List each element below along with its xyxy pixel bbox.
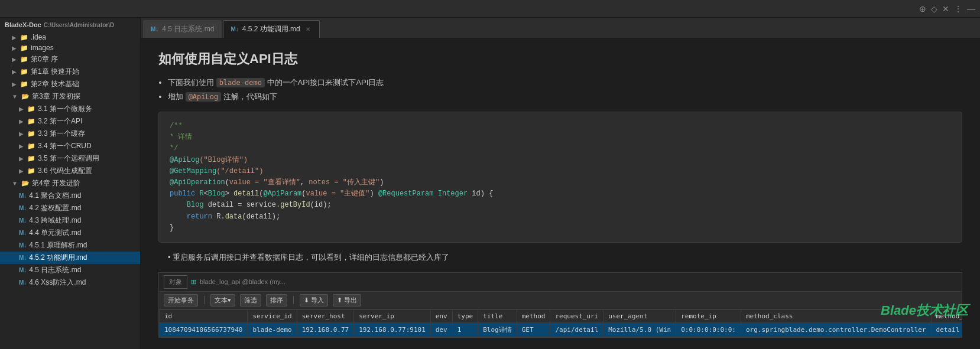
cell-service-id: blade-demo [248, 322, 297, 337]
sidebar-item-ch3-6[interactable]: ▶ 📁 3.6 代码生成配置 [0, 165, 140, 177]
globe-icon[interactable]: ⊕ [919, 4, 926, 14]
btn-export[interactable]: ⬆ 导出 [333, 294, 361, 306]
cell-method-name: detail [931, 322, 962, 337]
sidebar-item-ch4-2[interactable]: M↓ 4.2 鉴权配置.md [0, 202, 140, 214]
arrow-icon: ▶ [12, 69, 17, 75]
cell-id: 10847094106566737940 [160, 322, 248, 337]
btn-start-transaction[interactable]: 开始事务 [164, 294, 198, 306]
sidebar-item-ch4-5[interactable]: M↓ 4.5 日志系统.md [0, 264, 140, 276]
bullet-text-before: 下面我们使用 [168, 78, 216, 87]
sidebar-item-label: 3.4 第一个CRUD [38, 141, 92, 151]
btn-text[interactable]: 文本▾ [210, 294, 235, 306]
arrow-icon: ▶ [19, 143, 24, 149]
toolbar-separator [204, 296, 205, 304]
sidebar: BladeX-Doc C:\Users\Administrator\D ▶ 📁 … [0, 18, 141, 349]
cell-env: dev [430, 322, 452, 337]
col-method: method [517, 309, 550, 322]
cell-remote-ip: 0:0:0:0:0:0:0: [676, 322, 741, 337]
md-file-icon: M↓ [19, 242, 27, 249]
minimize-icon[interactable]: — [967, 4, 975, 14]
db-table-container: id service_id server_host server_ip env … [159, 309, 962, 337]
sidebar-item-ch4-4[interactable]: M↓ 4.4 单元测试.md [0, 227, 140, 239]
col-method-name: method_name [931, 309, 962, 322]
cell-request-uri: /api/detail [550, 322, 603, 337]
col-server-ip: server_ip [354, 309, 431, 322]
table-row[interactable]: 10847094106566737940 blade-demo 192.168.… [160, 322, 962, 337]
main-layout: BladeX-Doc C:\Users\Administrator\D ▶ 📁 … [0, 18, 980, 349]
sidebar-item-ch2[interactable]: ▶ 📁 第2章 技术基础 [0, 78, 140, 90]
sidebar-item-ch4-6[interactable]: M↓ 4.6 Xss防注入.md [0, 276, 140, 289]
sort-label: 排序 [270, 296, 283, 305]
cell-server-host: 192.168.0.77 [297, 322, 353, 337]
sidebar-item-ch3-2[interactable]: ▶ 📁 3.2 第一个API [0, 115, 140, 128]
inline-code-blade-demo: blade-demo [216, 78, 265, 87]
md-file-icon: M↓ [19, 267, 27, 273]
arrow-icon: ▶ [12, 34, 17, 41]
col-env: env [430, 309, 452, 322]
sidebar-item-images[interactable]: ▶ 📁 images [0, 43, 140, 53]
bullet-item-1: 下面我们使用 blade-demo 中的一个API接口来测试下API日志 [168, 77, 962, 88]
import-icon: ⬇ [304, 296, 309, 304]
sidebar-item-label: 3.2 第一个API [38, 116, 82, 126]
folder-icon: 📁 [27, 142, 35, 150]
tab-func[interactable]: M↓ 4.5.2 功能调用.md ✕ [223, 20, 319, 38]
cell-method-class: org.springblade.demo.controller.DemoCont… [741, 322, 931, 337]
close-icon[interactable]: ✕ [942, 4, 949, 14]
db-tab-object[interactable]: 对象 [164, 275, 187, 289]
md-file-icon: M↓ [19, 217, 27, 224]
sidebar-item-ch3-4[interactable]: ▶ 📁 3.4 第一个CRUD [0, 140, 140, 152]
sidebar-item-ch3-3[interactable]: ▶ 📁 3.3 第一个缓存 [0, 128, 140, 140]
code-block: /** * 详情 */ @ApiLog("Blog详情") @GetMappin… [158, 112, 962, 243]
inline-code-apilog: @ApiLog [186, 92, 222, 102]
bullet-text-after: 中的一个API接口来测试下API日志 [267, 78, 384, 87]
sidebar-item-label: 4.5.2 功能调用.md [29, 253, 87, 263]
arrow-icon: ▶ [19, 131, 24, 137]
intro-bullets: 下面我们使用 blade-demo 中的一个API接口来测试下API日志 增加 … [168, 77, 962, 102]
sidebar-item-label: .idea [31, 33, 46, 41]
col-user-agent: user_agent [603, 309, 676, 322]
sidebar-item-label: 第2章 技术基础 [31, 79, 79, 89]
md-tab-icon: M↓ [151, 26, 158, 32]
tab-log[interactable]: M↓ 4.5 日志系统.md [143, 20, 222, 38]
folder-icon: 📁 [27, 118, 35, 125]
btn-filter[interactable]: 筛选 [240, 294, 261, 306]
sidebar-item-ch4-3[interactable]: M↓ 4.3 跨域处理.md [0, 214, 140, 227]
col-remote-ip: remote_ip [676, 309, 741, 322]
tab-close-icon[interactable]: ✕ [304, 25, 312, 33]
sidebar-item-ch4[interactable]: ▼ 📂 第4章 开发进阶 [0, 177, 140, 190]
sidebar-item-label: 4.5.1 原理解析.md [29, 240, 87, 250]
db-header-row: 对象 ⊞ blade_log_api @bladex (my... [159, 273, 962, 292]
sidebar-project-path: C:\Users\Administrator\D [44, 22, 114, 28]
col-id: id [160, 309, 248, 322]
sidebar-item-label: 4.3 跨域处理.md [29, 216, 81, 226]
bullet-text-before2: 增加 [168, 92, 186, 101]
diamond-icon[interactable]: ◇ [931, 4, 937, 14]
sidebar-item-ch3-1[interactable]: ▶ 📁 3.1 第一个微服务 [0, 103, 140, 115]
section2-bullets: • 重启服务后调用接口并查看数据库日志，可以看到，详细的日志信息都已经入库了 [168, 252, 962, 263]
sidebar-item-ch4-1[interactable]: M↓ 4.1 聚合文档.md [0, 190, 140, 202]
arrow-icon: ▶ [19, 106, 24, 112]
sidebar-item-label: 4.2 鉴权配置.md [29, 203, 81, 213]
arrow-icon: ▼ [12, 93, 18, 100]
sidebar-item-ch3[interactable]: ▼ 📂 第3章 开发初探 [0, 90, 140, 103]
sidebar-item-ch3-5[interactable]: ▶ 📁 3.5 第一个远程调用 [0, 152, 140, 165]
md-file-icon: M↓ [19, 230, 27, 236]
arrow-icon: ▶ [19, 168, 24, 174]
arrow-icon: ▶ [19, 118, 24, 125]
sidebar-item-ch0[interactable]: ▶ 📁 第0章 序 [0, 53, 140, 66]
md-file-icon: M↓ [19, 193, 27, 199]
sidebar-item-ch4-5-2[interactable]: M↓ 4.5.2 功能调用.md [0, 252, 140, 264]
sidebar-item-label: 4.6 Xss防注入.md [29, 278, 86, 288]
more-icon[interactable]: ⋮ [954, 4, 962, 14]
db-table-label: blade_log_api @bladex (my... [200, 278, 285, 285]
btn-import[interactable]: ⬇ 导入 [300, 294, 328, 306]
btn-sort[interactable]: 排序 [266, 294, 287, 306]
sidebar-item-ch1[interactable]: ▶ 📁 第1章 快速开始 [0, 66, 140, 78]
db-table-icon: ⊞ [191, 278, 196, 286]
cell-server-ip: 192.168.0.77:9101 [354, 322, 431, 337]
sidebar-item-idea[interactable]: ▶ 📁 .idea [0, 32, 140, 43]
right-panel: M↓ 4.5 日志系统.md M↓ 4.5.2 功能调用.md ✕ 如何使用自定… [141, 18, 980, 349]
col-request-uri: request_uri [550, 309, 603, 322]
sidebar-item-ch4-5-1[interactable]: M↓ 4.5.1 原理解析.md [0, 239, 140, 252]
folder-icon: 📁 [20, 80, 28, 88]
